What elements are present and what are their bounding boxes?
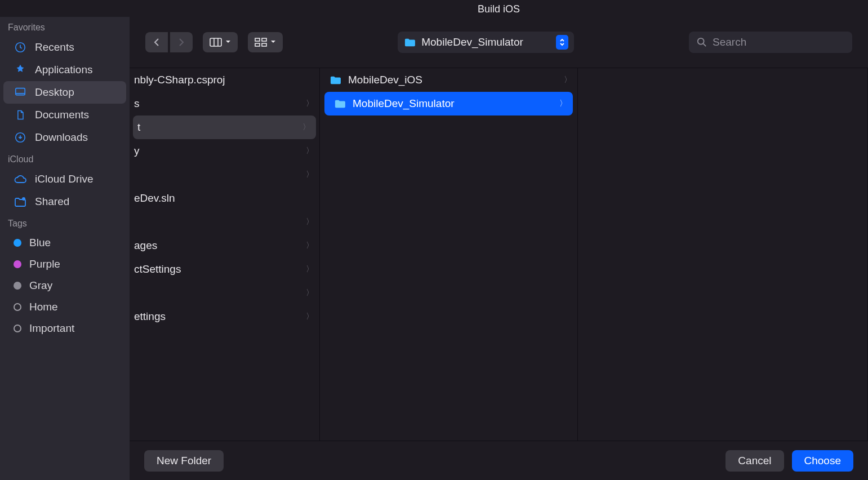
svg-point-9 (698, 38, 704, 45)
sidebar-item-label: iCloud Drive (35, 173, 93, 185)
chevron-right-icon: 〉 (306, 312, 314, 322)
footer: New Folder Cancel Choose (130, 441, 868, 480)
folder-icon (329, 75, 341, 85)
toolbar: MobileDev_Simulator (130, 17, 868, 68)
file-label: MobileDev_Simulator (353, 97, 559, 110)
chevron-right-icon: 〉 (306, 99, 314, 109)
tag-dot-icon (14, 282, 21, 290)
list-item[interactable]: MobileDev_iOS 〉 (320, 68, 577, 92)
sidebar-item-downloads[interactable]: Downloads (3, 126, 126, 149)
sidebar: Favorites Recents Applications Desktop (0, 17, 130, 480)
list-item[interactable]: 〉 (130, 163, 319, 186)
search-field[interactable] (689, 32, 852, 53)
file-label: s (134, 97, 306, 110)
back-button[interactable] (145, 32, 168, 52)
tag-dot-icon (14, 260, 21, 268)
column-browser: nbly-CSharp.csproj s〉 t〉 y〉 〉 eDev.sln 〉… (130, 68, 868, 441)
svg-point-3 (22, 197, 25, 201)
sidebar-tag-gray[interactable]: Gray (3, 275, 126, 296)
view-columns-button[interactable] (203, 32, 238, 52)
folder-icon (333, 99, 346, 109)
sidebar-section-tags: Tags (0, 213, 130, 232)
list-item[interactable]: 〉 (130, 281, 319, 305)
sidebar-item-documents[interactable]: Documents (3, 104, 126, 126)
sidebar-tag-home[interactable]: Home (3, 296, 126, 318)
svg-rect-7 (255, 43, 260, 46)
sidebar-section-icloud: iCloud (0, 149, 130, 168)
shared-folder-icon (14, 195, 27, 208)
downloads-icon (14, 131, 27, 144)
list-item[interactable]: ettings〉 (130, 305, 319, 328)
sidebar-item-icloud-drive[interactable]: iCloud Drive (3, 168, 126, 190)
list-item[interactable]: y〉 (130, 139, 319, 163)
sidebar-tag-purple[interactable]: Purple (3, 254, 126, 275)
chevron-right-icon: 〉 (306, 241, 314, 251)
nav-back-forward (145, 32, 193, 52)
tag-outline-icon (14, 325, 21, 332)
path-label: MobileDev_Simulator (421, 36, 523, 48)
document-icon (14, 108, 27, 122)
sidebar-item-desktop[interactable]: Desktop (3, 81, 126, 104)
choose-button[interactable]: Choose (792, 450, 854, 472)
file-label: ages (134, 239, 306, 252)
sidebar-section-favorites: Favorites (0, 17, 130, 36)
new-folder-button[interactable]: New Folder (144, 450, 224, 472)
cancel-button[interactable]: Cancel (725, 450, 784, 472)
svg-rect-8 (262, 43, 266, 46)
sidebar-item-shared[interactable]: Shared (3, 190, 126, 213)
sidebar-item-label: Documents (35, 109, 89, 121)
desktop-icon (14, 86, 27, 99)
chevron-down-icon (270, 40, 276, 45)
sidebar-tag-blue[interactable]: Blue (3, 232, 126, 254)
folder-icon (403, 37, 416, 47)
chevron-right-icon: 〉 (306, 288, 314, 298)
sidebar-item-applications[interactable]: Applications (3, 59, 126, 81)
sidebar-item-label: Important (29, 322, 74, 335)
chevron-right-icon: 〉 (559, 99, 567, 109)
list-item[interactable]: s〉 (130, 92, 319, 115)
list-item[interactable]: eDev.sln (130, 186, 319, 210)
forward-button[interactable] (170, 32, 193, 52)
sidebar-item-label: Blue (29, 237, 51, 249)
list-item[interactable]: 〉 (130, 210, 319, 234)
search-input[interactable] (713, 36, 844, 48)
svg-rect-5 (255, 38, 260, 41)
sidebar-item-label: Recents (35, 41, 74, 54)
file-label: ctSettings (134, 263, 306, 275)
sidebar-item-label: Gray (29, 279, 52, 292)
chevron-right-icon: 〉 (306, 146, 314, 156)
clock-icon (14, 41, 27, 54)
group-button[interactable] (248, 32, 283, 52)
column-3[interactable] (578, 68, 868, 441)
column-1[interactable]: nbly-CSharp.csproj s〉 t〉 y〉 〉 eDev.sln 〉… (130, 68, 320, 441)
column-2[interactable]: MobileDev_iOS 〉 MobileDev_Simulator 〉 (320, 68, 578, 441)
tag-outline-icon (14, 303, 21, 311)
svg-rect-6 (262, 38, 266, 41)
chevron-right-icon: 〉 (306, 170, 314, 180)
main-content: MobileDev_Simulator nbly-CSharp.csproj (130, 17, 868, 480)
file-label: ettings (134, 310, 306, 323)
list-item[interactable]: t〉 (133, 115, 316, 139)
chevron-right-icon: 〉 (306, 217, 314, 227)
list-item[interactable]: MobileDev_Simulator 〉 (324, 92, 573, 115)
svg-rect-4 (210, 38, 221, 46)
cloud-icon (14, 172, 27, 186)
list-item[interactable]: ctSettings〉 (130, 257, 319, 281)
file-label: y (134, 145, 306, 157)
window-title: Build iOS (0, 0, 868, 17)
sidebar-item-label: Downloads (35, 131, 88, 144)
sidebar-item-label: Home (29, 301, 58, 313)
sidebar-tag-important[interactable]: Important (3, 318, 126, 339)
chevron-right-icon: 〉 (306, 264, 314, 274)
sidebar-item-recents[interactable]: Recents (3, 36, 126, 59)
up-down-icon (556, 35, 568, 50)
list-item[interactable]: nbly-CSharp.csproj (130, 68, 319, 92)
list-item[interactable]: ages〉 (130, 234, 319, 257)
file-label: nbly-CSharp.csproj (134, 74, 314, 86)
tag-dot-icon (14, 239, 21, 247)
file-label: eDev.sln (134, 192, 314, 205)
path-popup-button[interactable]: MobileDev_Simulator (398, 32, 574, 53)
chevron-right-icon: 〉 (302, 122, 310, 132)
sidebar-item-label: Purple (29, 258, 60, 270)
file-label: t (137, 121, 302, 134)
